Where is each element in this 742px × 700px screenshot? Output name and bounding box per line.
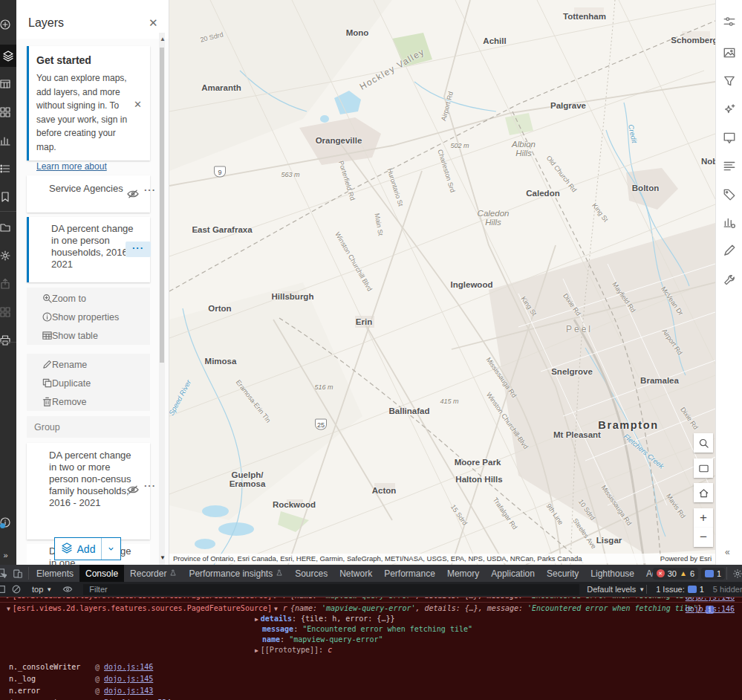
basemap-grid-icon[interactable] bbox=[0, 101, 16, 123]
map-properties-gear-icon[interactable] bbox=[0, 244, 16, 267]
tab-memory[interactable]: Memory bbox=[441, 565, 485, 582]
menu-item-group[interactable]: Group bbox=[27, 418, 150, 436]
expand-arrow-icon[interactable]: ▶ bbox=[7, 597, 10, 600]
expand-arrow-icon[interactable]: ▶ bbox=[274, 597, 278, 600]
info-badge-icon[interactable] bbox=[0, 511, 16, 534]
tables-icon[interactable] bbox=[0, 73, 16, 95]
map-label: Hillsburgh bbox=[272, 292, 314, 301]
live-expression-eye-icon[interactable] bbox=[59, 584, 77, 594]
tab-security[interactable]: Security bbox=[541, 565, 585, 582]
save-folder-icon[interactable] bbox=[0, 216, 16, 239]
map-label: Orangeville bbox=[316, 136, 362, 145]
object-prototype[interactable]: ▶[[Prototype]]: c bbox=[253, 646, 332, 654]
bookmarks-icon[interactable] bbox=[0, 186, 16, 208]
popups-icon[interactable] bbox=[723, 131, 738, 146]
menu-item-show-properties[interactable]: Show properties bbox=[27, 308, 150, 326]
map-canvas[interactable]: TottenhamMonoAchillSchombergAmaranthPalg… bbox=[169, 0, 715, 565]
labels-tag-icon[interactable] bbox=[723, 187, 738, 202]
menu-item-duplicate[interactable]: Duplicate bbox=[27, 374, 150, 392]
menu-item-label: Zoom to bbox=[52, 294, 86, 304]
filter-funnel-icon[interactable] bbox=[723, 74, 738, 89]
tab-console[interactable]: Console bbox=[79, 565, 124, 582]
layers-icon[interactable] bbox=[0, 45, 16, 67]
properties-sliders-icon[interactable] bbox=[723, 15, 738, 30]
layer-row[interactable]: DA percent change in two or more person … bbox=[27, 443, 150, 539]
console-sidebar-icon[interactable] bbox=[0, 584, 7, 594]
log-levels-dropdown[interactable]: Default levels▼ bbox=[587, 585, 645, 594]
sketch-pencil-icon[interactable] bbox=[723, 244, 738, 259]
error-warning-badge[interactable]: ✕ 30 ▲ 6 bbox=[653, 568, 698, 580]
collapse-arrow-icon[interactable]: ▼ bbox=[274, 606, 278, 612]
layer-row-selected[interactable]: DA percent change in one person househol… bbox=[27, 217, 150, 282]
panel-scrollbar-thumb[interactable] bbox=[160, 48, 164, 363]
menu-item-rename[interactable]: Rename bbox=[27, 355, 150, 374]
console-filter-input[interactable]: Filter bbox=[83, 584, 579, 595]
mobile-apps-icon[interactable] bbox=[0, 301, 16, 323]
menu-item-remove[interactable]: Remove bbox=[27, 392, 150, 411]
tab-recorder[interactable]: Recorder bbox=[124, 565, 183, 582]
object-property-message: message: "Encountered error when fetchin… bbox=[253, 625, 472, 633]
console-error-row-clipped[interactable]: ▶[esri.views.2d.layers.features.sources.… bbox=[0, 597, 742, 603]
inspect-icon[interactable] bbox=[0, 565, 9, 582]
group-options-icon[interactable]: ··· bbox=[144, 184, 156, 195]
menu-item-show-table[interactable]: Show table bbox=[27, 326, 150, 345]
legend-list-icon[interactable] bbox=[0, 158, 16, 180]
effects-sparkles-icon[interactable] bbox=[723, 103, 738, 117]
clear-console-icon[interactable] bbox=[7, 584, 25, 594]
menu-item-label: Remove bbox=[52, 397, 87, 407]
messages-badge[interactable]: 1 bbox=[701, 568, 725, 580]
tab-application[interactable]: Application bbox=[485, 565, 541, 582]
collapse-arrow-icon[interactable]: ▼ bbox=[7, 606, 10, 612]
zoom-out-button[interactable]: − bbox=[694, 528, 713, 547]
tab-lighthouse[interactable]: Lighthouse bbox=[585, 565, 640, 582]
group-layer-row[interactable]: Service Agencies ··· bbox=[27, 175, 150, 213]
styles-image-icon[interactable] bbox=[723, 46, 738, 61]
device-toolbar-icon[interactable] bbox=[9, 565, 27, 582]
add-circle-icon[interactable] bbox=[0, 13, 16, 36]
layer-options-icon[interactable]: ··· bbox=[144, 480, 156, 491]
share-icon[interactable] bbox=[0, 273, 16, 295]
menu-item-zoom-to[interactable]: Zoom to bbox=[27, 289, 150, 308]
scroll-down-arrow[interactable]: ▼ bbox=[160, 554, 166, 561]
charts-icon[interactable] bbox=[0, 129, 16, 152]
screen-button[interactable] bbox=[694, 458, 713, 478]
layer-name: DA percent change in one person househol… bbox=[51, 223, 134, 270]
stack-source-link[interactable]: dojo.js:146 bbox=[104, 663, 153, 671]
stack-location: @ dojo.js:145 bbox=[95, 673, 153, 685]
charts-config-icon[interactable] bbox=[723, 215, 738, 230]
expand-arrow-icon[interactable]: ▶ bbox=[255, 647, 258, 654]
add-layer-main[interactable]: Add bbox=[55, 538, 101, 560]
stack-source-link[interactable]: dojo.js:145 bbox=[104, 675, 153, 683]
add-dropdown-caret[interactable] bbox=[102, 538, 120, 560]
notification-dot bbox=[0, 523, 5, 528]
issues-counter[interactable]: 1 Issue: 1 bbox=[656, 585, 704, 594]
fields-icon[interactable] bbox=[723, 159, 738, 174]
visibility-eye-slash-icon[interactable] bbox=[126, 187, 140, 201]
expand-rail-icon[interactable]: » bbox=[0, 544, 16, 566]
collapse-rail-icon[interactable]: « bbox=[725, 547, 729, 557]
expand-arrow-icon[interactable]: ▶ bbox=[255, 616, 258, 623]
dismiss-get-started-icon[interactable]: ✕ bbox=[134, 99, 160, 110]
tab-elements[interactable]: Elements bbox=[30, 565, 79, 582]
print-icon[interactable] bbox=[0, 329, 16, 351]
home-button[interactable] bbox=[694, 483, 713, 502]
source-link[interactable]: dojo.js:146 bbox=[686, 597, 735, 601]
search-button[interactable] bbox=[694, 433, 713, 453]
tab-performance-insights[interactable]: Performance insights bbox=[183, 565, 289, 582]
source-link[interactable]: dojo.js:146 bbox=[686, 605, 735, 613]
zoom-in-button[interactable]: + bbox=[694, 508, 713, 528]
tab-sources[interactable]: Sources bbox=[289, 565, 333, 582]
visibility-eye-slash-icon[interactable] bbox=[126, 483, 140, 496]
devtools-settings-gear-icon[interactable] bbox=[729, 565, 742, 582]
execution-context-selector[interactable]: top▼ bbox=[29, 585, 55, 594]
console-error-row-expanded[interactable]: ▼[esri.views.2d.layers.features.sources.… bbox=[0, 603, 742, 655]
tab-network[interactable]: Network bbox=[333, 565, 378, 582]
add-layer-button[interactable]: Add bbox=[54, 537, 121, 560]
configure-wrench-icon[interactable] bbox=[723, 273, 738, 288]
layer-options-button[interactable]: ··· bbox=[126, 242, 151, 257]
object-property-details[interactable]: ▶details: {tile: h, error: {…}} bbox=[253, 615, 394, 623]
scroll-up-arrow[interactable]: ▲ bbox=[160, 36, 166, 42]
tab-performance[interactable]: Performance bbox=[378, 565, 441, 582]
close-panel-icon[interactable]: ✕ bbox=[149, 16, 158, 30]
stack-source-link[interactable]: dojo.js:143 bbox=[104, 687, 153, 695]
